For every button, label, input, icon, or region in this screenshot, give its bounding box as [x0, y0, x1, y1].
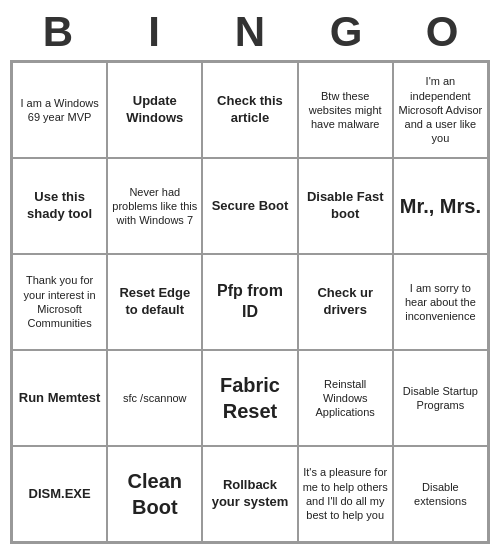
bingo-cell-2: Check this article [202, 62, 297, 158]
bingo-cell-21: Clean Boot [107, 446, 202, 542]
bingo-cell-8: Disable Fast boot [298, 158, 393, 254]
letter-g: G [306, 8, 386, 56]
bingo-cell-10: Thank you for your interest in Microsoft… [12, 254, 107, 350]
bingo-cell-3: Btw these websites might have malware [298, 62, 393, 158]
bingo-cell-7: Secure Boot [202, 158, 297, 254]
letter-n: N [210, 8, 290, 56]
bingo-cell-12: Pfp from ID [202, 254, 297, 350]
letter-b: B [18, 8, 98, 56]
bingo-cell-18: Reinstall Windows Applications [298, 350, 393, 446]
bingo-cell-19: Disable Startup Programs [393, 350, 488, 446]
bingo-cell-16: sfc /scannow [107, 350, 202, 446]
bingo-cell-11: Reset Edge to default [107, 254, 202, 350]
bingo-cell-20: DISM.EXE [12, 446, 107, 542]
bingo-cell-4: I'm an independent Microsoft Advisor and… [393, 62, 488, 158]
bingo-cell-13: Check ur drivers [298, 254, 393, 350]
bingo-cell-17: Fabric Reset [202, 350, 297, 446]
bingo-grid: I am a Windows 69 year MVPUpdate Windows… [10, 60, 490, 544]
bingo-header: B I N G O [10, 0, 490, 60]
bingo-cell-23: It's a pleasure for me to help others an… [298, 446, 393, 542]
bingo-cell-5: Use this shady tool [12, 158, 107, 254]
bingo-cell-22: Rollback your system [202, 446, 297, 542]
bingo-cell-15: Run Memtest [12, 350, 107, 446]
bingo-cell-14: I am sorry to hear about the inconvenien… [393, 254, 488, 350]
bingo-cell-0: I am a Windows 69 year MVP [12, 62, 107, 158]
bingo-cell-6: Never had problems like this with Window… [107, 158, 202, 254]
bingo-cell-1: Update Windows [107, 62, 202, 158]
letter-i: I [114, 8, 194, 56]
bingo-cell-9: Mr., Mrs. [393, 158, 488, 254]
bingo-cell-24: Disable extensions [393, 446, 488, 542]
letter-o: O [402, 8, 482, 56]
